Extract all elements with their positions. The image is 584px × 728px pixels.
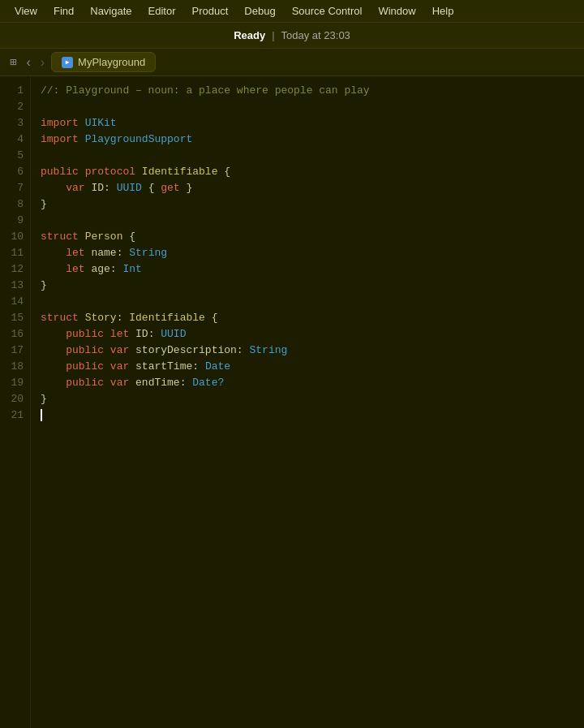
tab-label: MyPlayground <box>78 56 145 68</box>
token: ID: <box>129 328 161 340</box>
menu-item-view[interactable]: View <box>6 3 45 19</box>
token: ID: <box>85 182 117 194</box>
token: } <box>41 279 54 291</box>
token: : <box>117 312 130 324</box>
menu-item-editor[interactable]: Editor <box>140 3 184 19</box>
token: Identifiable <box>142 166 218 178</box>
token <box>54 279 67 291</box>
status-ready: Ready <box>234 29 265 41</box>
token <box>41 328 66 340</box>
code-line-19: public var endTime: Date? <box>41 375 584 391</box>
code-line-17: public var storyDescription: String <box>41 342 584 359</box>
line-number-21: 21 <box>0 407 30 424</box>
token: { <box>217 166 230 178</box>
token: let <box>110 328 129 340</box>
playground-icon: ▶ <box>62 57 73 68</box>
token <box>104 328 110 340</box>
token: struct <box>41 312 79 324</box>
token <box>79 166 85 178</box>
code-line-16: public let ID: UUID <box>41 326 584 342</box>
token: //: Playground – noun: a place where peo… <box>41 84 370 97</box>
code-line-13: } <box>41 278 584 294</box>
token <box>79 230 85 243</box>
line-number-1: 1 <box>0 83 30 99</box>
token <box>104 360 110 373</box>
code-line-15: struct Story: Identifiable { <box>41 310 584 326</box>
menu-item-find[interactable]: Find <box>45 3 82 19</box>
code-line-21 <box>41 407 584 424</box>
code-line-11: let name: String <box>41 245 584 261</box>
token: public <box>66 360 104 373</box>
token: let <box>66 263 84 275</box>
code-line-3: import UIKit <box>41 115 584 131</box>
line-number-2: 2 <box>0 99 30 115</box>
token <box>104 377 110 389</box>
grid-icon[interactable]: ⊞ <box>6 52 19 72</box>
code-line-2 <box>41 99 584 115</box>
token: storyDescription: <box>129 344 249 356</box>
tabbar: ⊞ ‹ › ▶ MyPlayground <box>0 49 584 76</box>
token: Int <box>122 263 141 275</box>
token: String <box>129 247 167 259</box>
line-number-14: 14 <box>0 294 30 310</box>
token: } <box>180 182 193 194</box>
token <box>41 344 66 356</box>
token: UUID <box>117 182 142 194</box>
code-line-4: import PlaygroundSupport <box>41 131 584 148</box>
line-numbers: 123456789101112131415161718192021 <box>0 76 31 728</box>
token <box>79 312 85 324</box>
back-button[interactable]: ‹ <box>23 54 33 71</box>
token: import <box>41 117 79 129</box>
line-number-9: 9 <box>0 213 30 229</box>
code-line-8: } <box>41 196 584 213</box>
code-area[interactable]: //: Playground – noun: a place where peo… <box>31 76 584 728</box>
line-number-4: 4 <box>0 131 30 148</box>
line-number-5: 5 <box>0 148 30 164</box>
token <box>41 360 66 373</box>
status-divider: | <box>272 29 274 41</box>
token: Date? <box>192 377 224 389</box>
code-line-1: //: Playground – noun: a place where peo… <box>41 83 584 99</box>
token: age: <box>85 263 123 275</box>
token: import <box>41 133 79 145</box>
menu-item-source-control[interactable]: Source Control <box>284 3 371 19</box>
menu-item-debug[interactable]: Debug <box>236 3 283 19</box>
menu-item-window[interactable]: Window <box>370 3 423 19</box>
tab-myplayground[interactable]: ▶ MyPlayground <box>51 52 156 72</box>
code-line-18: public var startTime: Date <box>41 359 584 375</box>
menu-item-navigate[interactable]: Navigate <box>82 3 140 19</box>
line-number-8: 8 <box>0 196 30 213</box>
editor[interactable]: 123456789101112131415161718192021 //: Pl… <box>0 76 584 728</box>
token <box>41 247 66 259</box>
token: name: <box>85 247 130 259</box>
token: let <box>66 247 84 259</box>
token: } <box>41 198 47 210</box>
token: String <box>249 344 287 356</box>
token: startTime: <box>129 360 205 373</box>
line-number-19: 19 <box>0 375 30 391</box>
token <box>41 377 66 389</box>
line-number-18: 18 <box>0 359 30 375</box>
line-number-17: 17 <box>0 342 30 359</box>
line-number-20: 20 <box>0 391 30 407</box>
menu-item-help[interactable]: Help <box>424 3 462 19</box>
token: PlaygroundSupport <box>85 133 193 145</box>
titlebar: Ready | Today at 23:03 <box>0 23 584 49</box>
token <box>41 182 66 194</box>
token: var <box>110 377 129 389</box>
code-line-5 <box>41 148 584 164</box>
token: Person <box>85 230 123 243</box>
line-number-6: 6 <box>0 164 30 180</box>
line-number-3: 3 <box>0 115 30 131</box>
menu-item-product[interactable]: Product <box>184 3 237 19</box>
line-number-7: 7 <box>0 180 30 196</box>
token: { <box>142 182 161 194</box>
token <box>135 166 142 178</box>
code-line-20: } <box>41 391 584 407</box>
menubar: ViewFindNavigateEditorProductDebugSource… <box>0 0 584 23</box>
forward-button[interactable]: › <box>37 54 48 71</box>
code-line-10: struct Person { <box>41 229 584 245</box>
token: Story <box>85 312 117 324</box>
token: public <box>41 166 79 178</box>
line-number-15: 15 <box>0 310 30 326</box>
